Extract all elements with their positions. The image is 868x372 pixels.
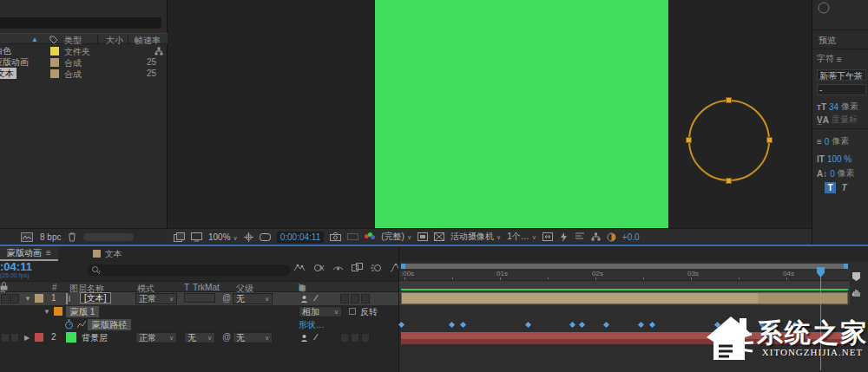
active-camera-dropdown[interactable]: 活动摄像机∨ xyxy=(450,231,501,243)
zoom-level-dropdown[interactable]: 100%∨ xyxy=(208,232,238,242)
font-size-control[interactable]: тT 34 像素 xyxy=(817,101,868,113)
tab-mask-animation[interactable]: 蒙版动画 ≡ xyxy=(0,247,58,261)
lock-icon[interactable] xyxy=(0,282,8,290)
tracking-value[interactable]: 0 xyxy=(825,137,830,147)
composition-green-solid[interactable] xyxy=(375,0,668,228)
shy-switch-icon[interactable] xyxy=(300,334,308,343)
trash-icon[interactable] xyxy=(68,232,76,242)
collapsed-triangle[interactable]: ▶ xyxy=(24,334,30,342)
timeline-ruler[interactable]: :00s01s02s03s04s xyxy=(399,269,850,281)
stopwatch-icon[interactable] xyxy=(64,319,74,330)
mask-path-row[interactable]: 蒙版路径 形状… xyxy=(0,318,398,331)
layer-row-text[interactable]: ▼ 1 [文本] 正常∨ @ 无∨ ∕ xyxy=(0,292,398,305)
layer-row-background[interactable]: ▶ 2 背景层 正常∨ 无∨ @ 无∨ ∕ xyxy=(0,331,398,344)
mask-vertex-left[interactable] xyxy=(686,137,692,143)
grid-guides-icon[interactable] xyxy=(244,232,253,242)
vertical-scale-value[interactable]: 100 % xyxy=(827,154,852,164)
keyframe-diamond[interactable] xyxy=(603,322,609,328)
transparency-grid-icon[interactable] xyxy=(434,232,444,241)
project-row-comp-text[interactable]: 文本 合成 25 xyxy=(0,68,168,79)
trkmat-dropdown[interactable]: 无∨ xyxy=(184,332,215,343)
mask-name[interactable]: 蒙版 1 xyxy=(66,306,99,317)
current-time-display[interactable]: 0:00:04:11 (25.00 fps) xyxy=(0,260,40,281)
timeline-search-field[interactable] xyxy=(87,264,291,276)
project-search-strip[interactable] xyxy=(0,17,161,29)
mask-vertex-right[interactable] xyxy=(766,137,773,143)
project-row-folder[interactable]: 白色 文件夹 xyxy=(0,45,168,56)
mask-color-swatch[interactable] xyxy=(54,307,62,316)
keyframe-diamond[interactable] xyxy=(638,322,644,328)
parent-dropdown[interactable]: 无∨ xyxy=(233,332,273,343)
tab-text-comp[interactable]: 文本 xyxy=(93,248,122,260)
preview-panel-title[interactable]: 预览 xyxy=(812,35,868,47)
faux-italic-button[interactable]: T xyxy=(838,182,850,193)
layer-color-swatch[interactable] xyxy=(35,294,43,303)
always-preview-icon[interactable] xyxy=(174,232,185,242)
comp-marker-bin-icon[interactable] xyxy=(852,271,861,282)
blend-mode-dropdown[interactable]: 正常∨ xyxy=(135,332,177,343)
project-row-comp-mask[interactable]: 蒙版动画 合成 25 xyxy=(0,56,168,68)
parent-pickwhip-icon[interactable]: @ xyxy=(222,293,231,303)
fast-previews-icon[interactable] xyxy=(559,232,569,242)
keyframe-diamond[interactable] xyxy=(525,322,531,328)
project-scrollbar[interactable] xyxy=(83,233,134,241)
font-size-value[interactable]: 34 xyxy=(829,102,838,112)
keyframe-diamond[interactable] xyxy=(449,322,455,328)
keyframe-diamond[interactable] xyxy=(398,322,404,328)
viewer-timecode[interactable]: 0:00:04:11 xyxy=(277,232,325,243)
parent-pickwhip-icon[interactable]: @ xyxy=(222,332,231,342)
exposure-value[interactable]: +0.0 xyxy=(622,232,640,242)
motion-blur-icon[interactable] xyxy=(371,263,382,273)
draft-3d-icon[interactable] xyxy=(313,263,325,273)
blend-mode-dropdown[interactable]: 正常∨ xyxy=(135,293,177,304)
comp-mini-flowchart-icon[interactable] xyxy=(293,263,306,273)
layer-name[interactable]: 背景层 xyxy=(82,332,108,344)
trkmat-empty-well[interactable] xyxy=(184,293,215,303)
include-in-graph-icon[interactable] xyxy=(77,321,86,329)
composition-viewer[interactable] xyxy=(168,0,812,228)
mask-mode-dropdown[interactable]: 相加∨ xyxy=(299,306,342,317)
quality-switch[interactable]: ∕ xyxy=(315,293,317,303)
baseline-shift-value[interactable]: 0 xyxy=(830,169,835,179)
label-color-swatch[interactable] xyxy=(50,58,59,67)
tracking-control[interactable]: ≡ 0 像素 xyxy=(817,135,868,147)
keyframe-diamond[interactable] xyxy=(579,322,585,328)
font-style-field[interactable]: - xyxy=(817,84,866,95)
pixel-aspect-icon[interactable] xyxy=(542,232,553,241)
panel-menu-icon[interactable]: ≡ xyxy=(46,248,51,258)
column-divider[interactable] xyxy=(128,35,128,44)
column-divider[interactable] xyxy=(97,35,98,44)
frame-blending-icon[interactable] xyxy=(352,263,363,273)
quality-switch[interactable]: ∕ xyxy=(315,332,317,342)
column-t[interactable]: T xyxy=(184,283,189,292)
shy-layers-icon[interactable] xyxy=(332,263,344,273)
pan-hand-icon[interactable] xyxy=(852,287,861,297)
keyframe-diamond[interactable] xyxy=(569,322,575,328)
channel-rgb-icon[interactable] xyxy=(365,232,375,241)
vertical-scale-control[interactable]: IT 100 % xyxy=(817,154,868,164)
property-name[interactable]: 蒙版路径 xyxy=(88,319,131,330)
faux-bold-button[interactable]: T xyxy=(825,182,836,193)
expand-triangle[interactable]: ▼ xyxy=(24,295,31,303)
invert-checkbox[interactable] xyxy=(349,308,356,315)
resolution-dropdown[interactable]: (完整)∨ xyxy=(381,231,411,243)
text-layer-bar[interactable] xyxy=(401,292,848,304)
timecode-value[interactable]: 0:00:04:11 xyxy=(0,260,40,273)
keyframe-diamond[interactable] xyxy=(460,322,466,328)
label-color-swatch[interactable] xyxy=(50,69,59,78)
snapshot-camera-icon[interactable] xyxy=(330,232,341,241)
toggle-mask-icon[interactable] xyxy=(260,232,271,242)
mask-path-circle[interactable] xyxy=(688,100,770,181)
character-panel-header[interactable]: 字符 ≡ xyxy=(817,53,868,65)
layer-name[interactable]: [文本] xyxy=(80,292,111,303)
column-trkmat[interactable]: TrkMat xyxy=(193,283,220,292)
mask-row[interactable]: ▼ 蒙版 1 相加∨ 反转 xyxy=(0,305,398,318)
show-snapshot-icon[interactable] xyxy=(347,232,358,241)
mask-vertex-top[interactable] xyxy=(726,97,732,103)
reset-exposure-icon[interactable] xyxy=(607,232,616,242)
sort-arrow-icon[interactable]: ▲ xyxy=(31,36,38,43)
interpret-footage-icon[interactable] xyxy=(21,232,33,242)
parent-dropdown[interactable]: 无∨ xyxy=(233,293,273,304)
baseline-shift-control[interactable]: A↕ 0 像素 xyxy=(817,167,868,179)
monitor-icon[interactable] xyxy=(191,232,202,242)
